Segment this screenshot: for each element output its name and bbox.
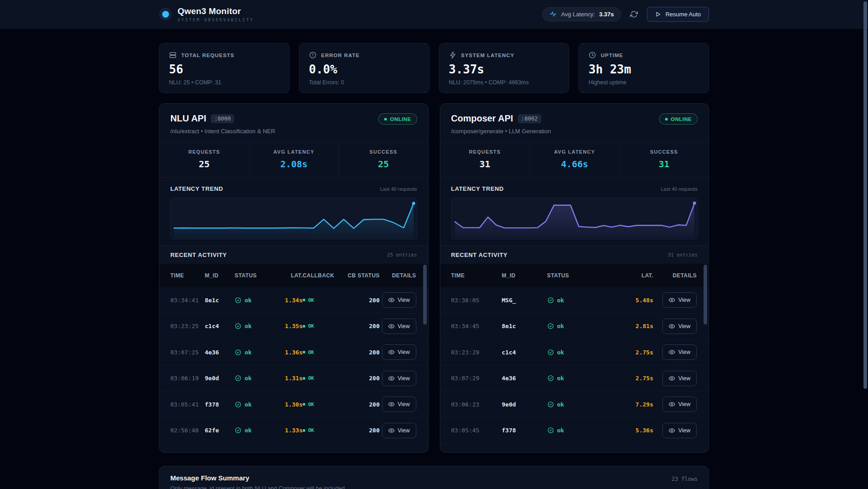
cell-status: ok — [547, 375, 595, 382]
view-button-label: View — [678, 401, 690, 407]
cell-status: ok — [547, 427, 595, 434]
cell-cb_status: 200 — [369, 401, 380, 408]
check-circle-icon — [547, 427, 554, 434]
cell-m_id: c1c4 — [205, 323, 235, 329]
table-row: 03:06:199e0dok1.31sOK200View — [159, 366, 428, 392]
check-circle-icon — [547, 349, 554, 356]
callback-dot-icon — [303, 429, 305, 432]
status-text: ok — [557, 375, 564, 382]
callback-text: OK — [308, 402, 314, 407]
app-logo — [159, 8, 172, 20]
panel-subtitle: /nlu/extract • Intent Classification & N… — [170, 128, 275, 135]
check-circle-icon — [547, 375, 554, 382]
stat-value: 0.0% — [309, 63, 420, 76]
stat-subtext: NLU: 25 • COMP: 31 — [169, 79, 280, 86]
cell-callback: OK — [303, 323, 345, 329]
eye-icon — [388, 375, 395, 382]
view-button[interactable]: View — [382, 371, 416, 386]
column-header-callback: CALLBACK — [303, 272, 345, 279]
view-button-label: View — [398, 297, 410, 303]
latency-trend-chart — [170, 198, 417, 239]
activity-table: TIMEM_IDSTATUSLAT.CALLBACKCB STATUSDETAI… — [159, 264, 428, 444]
cell-callback: OK — [303, 402, 345, 407]
eye-icon — [388, 401, 395, 407]
table-scrollbar[interactable] — [704, 265, 707, 324]
cell-lat: 2.81s — [636, 323, 653, 329]
column-header-status: STATUS — [547, 272, 595, 279]
recent-activity-count: 25 entries — [387, 252, 417, 258]
view-button[interactable]: View — [662, 423, 697, 438]
status-badge-label: ONLINE — [671, 116, 692, 122]
cell-m_id: f378 — [502, 427, 547, 434]
cell-time: 03:07:25 — [170, 349, 205, 356]
view-button[interactable]: View — [382, 344, 416, 360]
status-text: ok — [245, 323, 252, 329]
cell-status: ok — [235, 323, 275, 329]
flow-count: 23 flows — [671, 476, 698, 489]
message-flow-summary-card: Message Flow Summary Only message_id pre… — [159, 466, 709, 489]
stat-card-error-rate: ERROR RATE 0.0% Total Errors: 0 — [299, 43, 429, 93]
view-button[interactable]: View — [662, 344, 697, 360]
table-row: 02:56:4862feok1.33sOK200View — [159, 418, 428, 444]
cell-time: 03:23:25 — [170, 323, 205, 329]
metric-value-success: 25 — [339, 159, 428, 169]
eye-icon — [669, 427, 675, 434]
view-button[interactable]: View — [662, 397, 697, 412]
cell-time: 03:05:41 — [170, 401, 205, 408]
resume-auto-button[interactable]: Resume Auto — [647, 7, 709, 22]
status-text: ok — [557, 427, 564, 434]
view-button[interactable]: View — [662, 319, 697, 334]
stat-value: 3.37s — [449, 63, 559, 76]
table-row: 03:07:294e36ok2.75sView — [440, 366, 709, 392]
view-button[interactable]: View — [662, 292, 697, 308]
status-badge-online: ONLINE — [378, 113, 417, 125]
cell-lat: 1.33s — [285, 427, 303, 434]
metric-label: REQUESTS — [159, 149, 249, 155]
metric-label: REQUESTS — [440, 149, 530, 155]
callback-text: OK — [308, 323, 314, 329]
port-badge: :8000 — [211, 114, 234, 123]
status-text: ok — [245, 401, 252, 408]
flow-summary-subtitle: Only message_id present in both NLU and … — [170, 485, 346, 489]
cell-m_id: c1c4 — [502, 349, 547, 356]
refresh-button[interactable] — [630, 10, 638, 18]
view-button-label: View — [678, 349, 690, 355]
view-button[interactable]: View — [662, 371, 697, 386]
view-button[interactable]: View — [382, 292, 416, 308]
column-header-lat: LAT. — [291, 272, 303, 279]
eye-icon — [669, 349, 675, 355]
table-scrollbar[interactable] — [423, 265, 427, 324]
cell-time: 03:05:45 — [451, 427, 502, 434]
metric-value-avg-latency: 4.66s — [530, 159, 619, 169]
view-button[interactable]: View — [382, 423, 416, 438]
nlu-api-panel: NLU API :8000 /nlu/extract • Intent Clas… — [159, 103, 429, 453]
panel-title: NLU API — [170, 113, 206, 124]
page-scrollbar[interactable] — [863, 1, 867, 389]
check-circle-icon — [235, 375, 241, 382]
brand: Qwen3 Monitor SYSTEM OBSERVABILITY — [159, 6, 254, 22]
cell-status: ok — [235, 375, 275, 382]
latency-trend-chart — [451, 198, 698, 239]
status-text: ok — [557, 297, 564, 304]
latency-trend-caption: Last 40 requests — [380, 186, 417, 192]
table-row: 03:23:29c1c4ok2.75sView — [440, 339, 709, 366]
view-button[interactable]: View — [382, 319, 416, 334]
app-title: Qwen3 Monitor — [178, 6, 254, 16]
view-button[interactable]: View — [382, 397, 416, 412]
cell-cb_status: 200 — [369, 297, 380, 304]
cell-m_id: 4e36 — [502, 375, 547, 382]
table-row: 03:05:45f378ok5.36sView — [440, 418, 709, 444]
activity-table: TIMEM_IDSTATUSLAT.DETAILS 03:36:05MSG_ok… — [440, 264, 709, 444]
cell-time: 03:06:19 — [170, 375, 205, 382]
status-text: ok — [557, 323, 564, 329]
metric-value-requests: 25 — [159, 159, 249, 169]
stat-cards-row: TOTAL REQUESTS 56 NLU: 25 • COMP: 31 ERR… — [159, 43, 709, 93]
metric-value-success: 31 — [620, 159, 709, 169]
stat-card-total-requests: TOTAL REQUESTS 56 NLU: 25 • COMP: 31 — [159, 43, 289, 93]
cell-status: ok — [547, 297, 595, 304]
stat-label: SYSTEM LATENCY — [461, 53, 515, 58]
cell-lat: 1.35s — [285, 323, 303, 329]
callback-dot-icon — [303, 377, 305, 380]
refresh-icon — [630, 10, 638, 18]
panel-metrics: REQUESTS31 AVG LATENCY4.66s SUCCESS31 — [440, 142, 709, 178]
